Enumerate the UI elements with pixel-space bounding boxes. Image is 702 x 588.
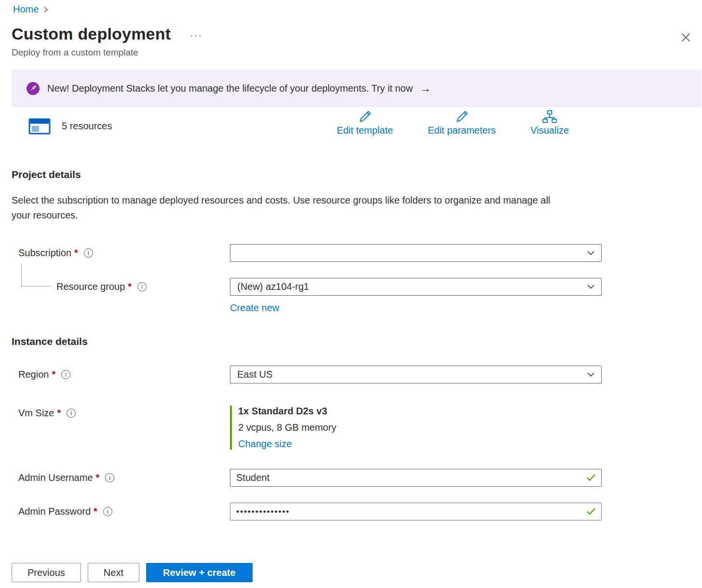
admin-username-label: Admin Username bbox=[18, 472, 93, 483]
visualize-button[interactable]: Visualize bbox=[530, 110, 569, 136]
vm-size-control: 1x Standard D2s v3 2 vcpus, 8 GB memory … bbox=[230, 406, 602, 450]
vm-size-label: Vm Size bbox=[18, 408, 54, 419]
visualize-icon bbox=[542, 110, 557, 123]
required-asterisk: * bbox=[128, 281, 132, 292]
previous-button[interactable]: Previous bbox=[12, 563, 81, 582]
custom-deployment-page: Home Custom deployment ··· Deploy from a… bbox=[0, 0, 702, 588]
deployment-stacks-banner[interactable]: New! Deployment Stacks let you manage th… bbox=[12, 69, 702, 107]
resource-group-control: (New) az104-rg1 Create new bbox=[230, 278, 602, 314]
resource-group-value: (New) az104-rg1 bbox=[237, 281, 309, 292]
edit-parameters-button[interactable]: Edit parameters bbox=[428, 110, 496, 136]
admin-username-control bbox=[230, 469, 602, 487]
subscription-label-cell: Subscription * i bbox=[12, 247, 230, 259]
vm-size-row: Vm Size * i 1x Standard D2s v3 2 vcpus, … bbox=[12, 406, 702, 450]
resource-group-dropdown[interactable]: (New) az104-rg1 bbox=[230, 278, 602, 296]
admin-username-label-cell: Admin Username * i bbox=[12, 472, 230, 483]
pencil-icon bbox=[455, 110, 469, 123]
info-icon[interactable]: i bbox=[137, 282, 147, 291]
info-icon[interactable]: i bbox=[67, 409, 76, 418]
change-size-link[interactable]: Change size bbox=[238, 438, 292, 450]
project-details-description: Select the subscription to manage deploy… bbox=[12, 193, 571, 223]
project-details-heading: Project details bbox=[12, 169, 702, 180]
edit-template-button[interactable]: Edit template bbox=[337, 110, 393, 136]
valid-check-icon bbox=[586, 507, 596, 517]
region-control: East US bbox=[230, 366, 602, 383]
resource-group-row: Resource group * i (New) az104-rg1 Creat… bbox=[12, 278, 702, 314]
vm-size-summary: 1x Standard D2s v3 2 vcpus, 8 GB memory … bbox=[230, 406, 602, 450]
more-menu-icon[interactable]: ··· bbox=[190, 29, 202, 41]
close-button[interactable] bbox=[679, 31, 692, 45]
info-icon[interactable]: i bbox=[105, 473, 114, 482]
region-value: East US bbox=[237, 369, 272, 380]
region-dropdown[interactable]: East US bbox=[230, 366, 602, 383]
vm-size-label-cell: Vm Size * i bbox=[12, 406, 230, 419]
rocket-icon bbox=[27, 82, 40, 95]
admin-password-control bbox=[230, 503, 602, 520]
admin-password-label-cell: Admin Password * i bbox=[12, 506, 230, 517]
chevron-down-icon bbox=[587, 251, 594, 255]
template-summary-bar: 5 resources Edit template Edit parameter… bbox=[12, 110, 702, 142]
visualize-label: Visualize bbox=[530, 125, 569, 136]
region-row: Region * i East US bbox=[12, 366, 702, 383]
wizard-footer: Previous Next Review + create bbox=[12, 563, 253, 582]
breadcrumb-home-link[interactable]: Home bbox=[13, 4, 39, 15]
info-icon[interactable]: i bbox=[103, 507, 112, 516]
chevron-down-icon bbox=[587, 285, 594, 289]
required-asterisk: * bbox=[57, 408, 61, 419]
admin-username-row: Admin Username * i bbox=[12, 469, 702, 487]
vm-size-specs: 2 vcpus, 8 GB memory bbox=[238, 422, 602, 433]
valid-check-icon bbox=[586, 474, 596, 483]
template-actions: Edit template Edit parameters Visualize bbox=[337, 110, 569, 136]
region-label-cell: Region * i bbox=[12, 369, 230, 380]
subscription-control bbox=[230, 244, 602, 262]
region-label: Region bbox=[18, 369, 49, 380]
admin-password-row: Admin Password * i bbox=[12, 503, 702, 520]
resource-group-label-cell: Resource group * i bbox=[12, 278, 230, 292]
edit-template-label: Edit template bbox=[337, 125, 393, 136]
review-create-button[interactable]: Review + create bbox=[146, 563, 253, 582]
arrow-right-icon[interactable]: → bbox=[419, 82, 431, 95]
page-header: Custom deployment ··· bbox=[12, 25, 702, 43]
next-button[interactable]: Next bbox=[88, 563, 139, 582]
banner-text: New! Deployment Stacks let you manage th… bbox=[47, 83, 413, 94]
instance-details-heading: Instance details bbox=[12, 336, 702, 347]
subscription-dropdown[interactable] bbox=[230, 244, 602, 262]
info-icon[interactable]: i bbox=[61, 370, 70, 379]
page-subtitle: Deploy from a custom template bbox=[12, 47, 702, 58]
resource-group-label: Resource group bbox=[56, 281, 125, 292]
close-icon bbox=[681, 33, 690, 42]
subscription-row: Subscription * i bbox=[12, 244, 702, 262]
breadcrumb: Home bbox=[12, 4, 702, 15]
page-title: Custom deployment bbox=[12, 25, 171, 43]
admin-username-input[interactable] bbox=[230, 469, 602, 487]
required-asterisk: * bbox=[52, 369, 55, 380]
chevron-right-icon bbox=[43, 6, 48, 13]
template-resources-icon bbox=[28, 116, 51, 136]
info-icon[interactable]: i bbox=[84, 248, 93, 258]
create-new-link[interactable]: Create new bbox=[230, 302, 279, 314]
vm-size-value: 1x Standard D2s v3 bbox=[238, 406, 602, 417]
admin-password-label: Admin Password bbox=[18, 506, 91, 517]
edit-parameters-label: Edit parameters bbox=[428, 125, 496, 136]
hierarchy-connector bbox=[21, 265, 51, 287]
resources-count: 5 resources bbox=[62, 121, 112, 132]
pencil-icon bbox=[358, 110, 372, 123]
required-asterisk: * bbox=[74, 247, 78, 259]
chevron-down-icon bbox=[587, 372, 594, 377]
subscription-label: Subscription bbox=[18, 247, 71, 259]
required-asterisk: * bbox=[94, 506, 97, 517]
admin-password-input[interactable] bbox=[230, 503, 602, 520]
required-asterisk: * bbox=[96, 472, 100, 483]
